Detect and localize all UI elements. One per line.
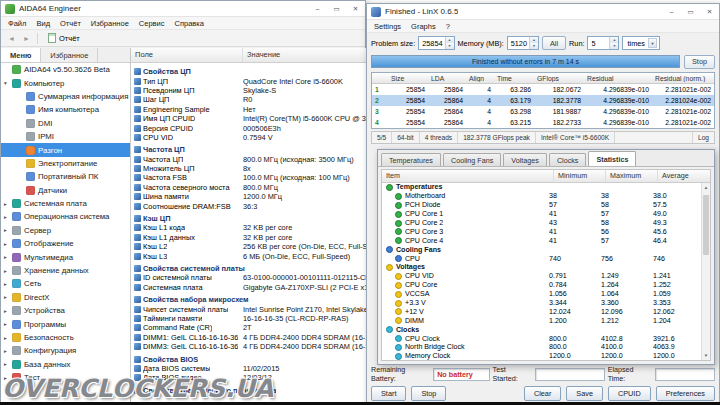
tree-item[interactable]: Системная плата <box>1 197 130 210</box>
statistics-row[interactable]: CPU Core 2 43 58 49.3 <box>382 219 701 228</box>
statistics-row[interactable]: VCCSA 1.056 1.064 1.059 <box>382 290 701 299</box>
statistics-row[interactable]: CPU Core 3 41 56 45.6 <box>382 227 701 236</box>
maximize-icon[interactable]: ▭ <box>681 4 700 19</box>
statistics-row[interactable]: DIMM 1.200 1.212 1.204 <box>382 316 701 325</box>
sensor-tab[interactable]: Clocks <box>549 153 587 166</box>
menu-item[interactable]: Сервис <box>134 19 170 28</box>
scroll-down-icon[interactable]: ▼ <box>702 351 710 360</box>
result-row[interactable]: 3 25854 25864 4 63.298 181.9887 4.296839… <box>372 106 714 117</box>
tree-item[interactable]: Имя компьютера <box>1 103 130 116</box>
menu-item[interactable]: Settings <box>369 22 406 31</box>
memory-spinner[interactable]: ▲▼ <box>529 37 538 49</box>
linx-button[interactable]: Clear <box>524 386 561 401</box>
tree-item[interactable]: DirectX <box>1 291 130 304</box>
minimize-icon[interactable]: – <box>662 4 681 19</box>
statistics-row[interactable]: Temperatures <box>382 183 701 192</box>
statistics-row[interactable]: North Bridge Clock 800.0 4100.0 4063.9 <box>382 343 701 352</box>
menu-item[interactable]: Справка <box>170 19 209 28</box>
spin-down-icon[interactable]: ▼ <box>610 43 618 49</box>
minimum-column-header[interactable]: Minimum <box>554 170 606 182</box>
spin-down-icon[interactable]: ▼ <box>446 43 454 49</box>
column-field-header[interactable]: Поле <box>131 48 243 62</box>
tree-item[interactable]: IPMI <box>1 130 130 143</box>
minimize-icon[interactable]: – <box>308 1 327 16</box>
tree-item[interactable]: Устройства <box>1 304 130 317</box>
page-tab[interactable]: Меню <box>1 48 41 62</box>
page-tab[interactable]: Избранное <box>41 48 98 62</box>
scrollbar-thumb[interactable] <box>703 195 709 255</box>
tree-expand-icon[interactable] <box>4 268 12 274</box>
linx-button[interactable]: CPUID <box>608 386 651 401</box>
run-count-spinner[interactable]: ▲▼ <box>609 37 618 49</box>
gflops-column-header[interactable]: GFlops <box>534 75 584 82</box>
tree-item[interactable]: Отображение <box>1 237 130 250</box>
average-column-header[interactable]: Average <box>658 170 710 182</box>
sensor-tab[interactable]: Voltages <box>503 153 547 166</box>
tree-expand-icon[interactable] <box>4 241 12 247</box>
tree-item[interactable]: Сеть <box>1 277 130 290</box>
statistics-row[interactable]: Voltages <box>382 263 701 272</box>
menu-item[interactable]: Файл <box>3 19 31 28</box>
linx-button[interactable]: Start <box>371 386 406 401</box>
item-column-header[interactable]: Item <box>382 170 554 182</box>
linx-button[interactable]: Stop <box>411 386 446 401</box>
tree-item[interactable]: Портативный ПК <box>1 170 130 183</box>
statistics-row[interactable]: CPU Core 0.784 1.264 1.252 <box>382 281 701 290</box>
tree-expand-icon[interactable] <box>4 281 12 287</box>
statistics-row[interactable]: +12 V 12.024 12.096 12.062 <box>382 307 701 316</box>
tree-expand-icon[interactable] <box>4 308 12 314</box>
tree-item[interactable]: База данных <box>1 358 130 371</box>
statistics-row[interactable]: Motherboard 38 38 38.0 <box>382 192 701 201</box>
tree-expand-icon[interactable] <box>4 361 12 367</box>
tree-item[interactable]: Мультимедиа <box>1 250 130 263</box>
forward-icon[interactable]: ► <box>20 35 33 42</box>
size-column-header[interactable]: Size <box>388 75 428 82</box>
statistics-row[interactable]: CPU VID 0.791 1.249 1.241 <box>382 272 701 281</box>
statistics-row[interactable]: Cooling Fans <box>382 245 701 254</box>
statistics-row[interactable]: CPU Core 1 41 57 49.0 <box>382 210 701 219</box>
tree-item[interactable]: Операционная система <box>1 210 130 223</box>
statistics-scrollbar[interactable]: ▲ ▼ <box>701 183 710 360</box>
tree-item[interactable]: Конфигурация <box>1 344 130 357</box>
tree-expand-icon[interactable] <box>4 227 12 233</box>
linx-titlebar[interactable]: Finished - LinX 0.6.5 – ▭ ✕ <box>367 4 719 20</box>
tree-item[interactable]: DMI <box>1 117 130 130</box>
statistics-row[interactable]: +3.3 V 3.344 3.360 3.353 <box>382 299 701 308</box>
tree-expand-icon[interactable] <box>4 214 12 220</box>
close-icon[interactable]: ✕ <box>700 4 719 19</box>
tree-item[interactable]: Электропитание <box>1 157 130 170</box>
tree-expand-icon[interactable] <box>4 254 12 260</box>
tree-item[interactable]: Компьютер <box>1 76 130 89</box>
tree-item[interactable]: Сервер <box>1 224 130 237</box>
tree-item[interactable]: Безопасность <box>1 331 130 344</box>
result-row[interactable]: 4 25854 25864 4 63.215 182.2733 4.296839… <box>372 117 714 128</box>
scroll-up-icon[interactable]: ▲ <box>702 183 710 192</box>
aida64-titlebar[interactable]: AIDA64 Engineer – ▭ ✕ <box>1 1 365 17</box>
statistics-row[interactable]: CPU Core 4 41 57 46.4 <box>382 236 701 245</box>
linx-button[interactable]: Save <box>566 386 603 401</box>
maximum-column-header[interactable]: Maximum <box>606 170 658 182</box>
sensor-tab[interactable]: Cooling Fans <box>443 153 501 166</box>
menu-item[interactable]: Вид <box>31 19 55 28</box>
statistics-row[interactable]: Clocks <box>382 325 701 334</box>
tree-expand-icon[interactable] <box>4 201 12 207</box>
maximize-icon[interactable]: ▭ <box>327 1 346 16</box>
chevron-down-icon[interactable]: ▼ <box>648 38 657 48</box>
back-icon[interactable]: ◄ <box>5 35 18 42</box>
lda-column-header[interactable]: LDA <box>428 75 466 82</box>
time-column-header[interactable]: Time <box>494 75 534 82</box>
tree-expand-icon[interactable] <box>4 294 12 300</box>
tree-item[interactable]: Разгон <box>1 143 130 156</box>
menu-item[interactable]: Избранное <box>86 19 134 28</box>
all-button[interactable]: All <box>542 36 566 50</box>
tree-expand-icon[interactable] <box>4 80 12 86</box>
tree-item[interactable]: Суммарная информация <box>1 90 130 103</box>
run-count-input[interactable]: 5 ▲▼ <box>587 36 619 50</box>
spin-down-icon[interactable]: ▼ <box>530 43 538 49</box>
result-row[interactable]: 1 25854 25864 4 63.286 182.0672 4.296839… <box>372 84 714 95</box>
tree-item[interactable]: Хранение данных <box>1 264 130 277</box>
tree-expand-icon[interactable] <box>4 335 12 341</box>
problem-size-spinner[interactable]: ▲▼ <box>445 37 454 49</box>
run-mode-select[interactable]: times ▼ <box>622 36 659 50</box>
menu-item[interactable]: Graphs <box>406 22 441 31</box>
